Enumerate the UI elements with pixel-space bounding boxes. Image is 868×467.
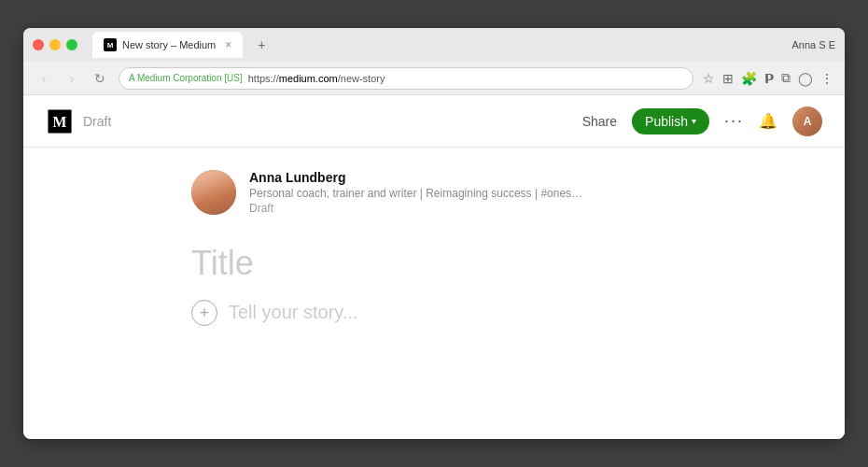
url-prefix: https:// bbox=[248, 73, 279, 84]
author-details: Anna Lundberg Personal coach, trainer an… bbox=[249, 170, 585, 215]
title-bar: M New story – Medium × + Anna S E bbox=[23, 28, 845, 62]
security-indicator: A Medium Corporation [US] bbox=[129, 73, 243, 83]
minimize-button[interactable] bbox=[49, 39, 61, 50]
publish-label: Publish bbox=[645, 114, 688, 129]
forward-button[interactable]: › bbox=[63, 71, 81, 86]
toolbar-icons: ☆ ⊞ 🧩 𝗣 ⧉ ◯ ⋮ bbox=[703, 70, 833, 86]
layers-icon[interactable]: ⧉ bbox=[781, 70, 791, 86]
address-bar: ‹ › ↻ A Medium Corporation [US] https://… bbox=[23, 62, 845, 95]
more-options-icon[interactable]: ⋮ bbox=[820, 71, 833, 86]
url-bar[interactable]: A Medium Corporation [US] https://medium… bbox=[119, 67, 693, 90]
new-tab-button[interactable]: + bbox=[250, 34, 273, 56]
pinterest-icon[interactable]: 𝗣 bbox=[764, 71, 774, 86]
browser-window: M New story – Medium × + Anna S E ‹ › ↻ … bbox=[23, 28, 845, 439]
close-button[interactable] bbox=[33, 39, 44, 50]
profile-icon[interactable]: ◯ bbox=[798, 71, 813, 86]
author-avatar-face bbox=[191, 170, 236, 215]
maximize-button[interactable] bbox=[66, 39, 77, 50]
app-content: M Draft Share Publish ▾ ··· 🔔 A bbox=[23, 95, 845, 439]
publish-chevron-icon: ▾ bbox=[692, 116, 696, 126]
back-button[interactable]: ‹ bbox=[35, 71, 53, 86]
draft-label: Draft bbox=[83, 114, 111, 129]
header-right: Share Publish ▾ ··· 🔔 A bbox=[582, 106, 822, 136]
tab-title: New story – Medium bbox=[122, 39, 216, 50]
more-options-button[interactable]: ··· bbox=[724, 111, 744, 131]
grid-icon[interactable]: ⊞ bbox=[722, 71, 734, 86]
author-name: Anna Lundberg bbox=[249, 170, 585, 185]
editor-area: Anna Lundberg Personal coach, trainer an… bbox=[23, 148, 845, 439]
publish-button[interactable]: Publish ▾ bbox=[632, 108, 709, 134]
author-info: Anna Lundberg Personal coach, trainer an… bbox=[191, 170, 677, 215]
window-user-label: Anna S E bbox=[792, 39, 835, 50]
add-content-button[interactable]: + bbox=[191, 300, 217, 326]
author-status: Draft bbox=[249, 202, 585, 215]
url-domain: medium.com bbox=[279, 73, 338, 84]
medium-header: M Draft Share Publish ▾ ··· 🔔 A bbox=[23, 95, 845, 148]
author-avatar bbox=[191, 170, 236, 215]
refresh-button[interactable]: ↻ bbox=[91, 71, 109, 86]
tab-close-icon[interactable]: × bbox=[225, 38, 231, 51]
story-title-input[interactable]: Title bbox=[191, 243, 677, 283]
author-bio: Personal coach, trainer and writer | Rei… bbox=[249, 187, 585, 200]
user-avatar[interactable]: A bbox=[792, 106, 822, 136]
svg-text:M: M bbox=[52, 114, 66, 130]
bookmark-icon[interactable]: ☆ bbox=[703, 71, 715, 86]
active-tab[interactable]: M New story – Medium × bbox=[92, 32, 243, 58]
tab-favicon: M bbox=[104, 38, 117, 51]
url-path: /new-story bbox=[338, 73, 385, 84]
story-body-input[interactable]: Tell your story... bbox=[229, 298, 358, 323]
traffic-lights bbox=[33, 39, 77, 50]
story-body: + Tell your story... bbox=[191, 298, 677, 326]
notifications-icon[interactable]: 🔔 bbox=[759, 112, 777, 130]
extensions-icon[interactable]: 🧩 bbox=[741, 71, 757, 86]
medium-logo[interactable]: M bbox=[46, 107, 74, 135]
share-button[interactable]: Share bbox=[582, 114, 617, 129]
tab-bar: M New story – Medium × + bbox=[92, 32, 785, 58]
url-text: https://medium.com/new-story bbox=[248, 73, 385, 84]
